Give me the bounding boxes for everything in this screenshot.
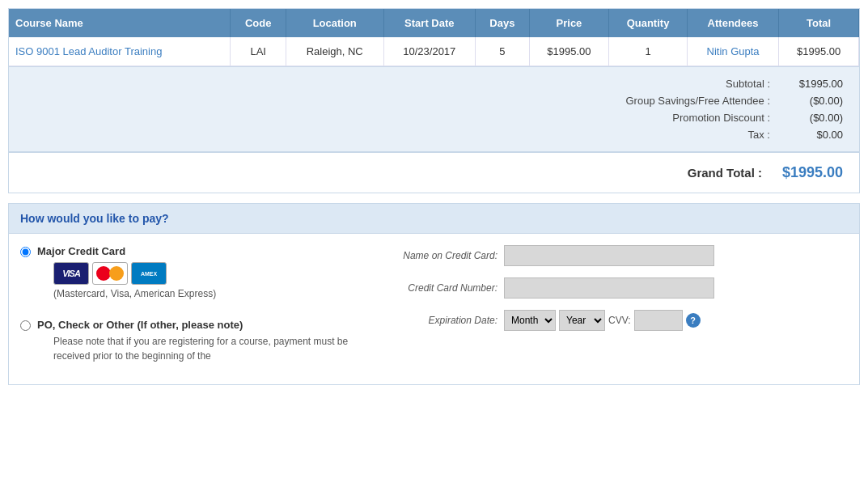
cell-total: $1995.00 xyxy=(779,37,859,66)
col-header-location: Location xyxy=(286,9,383,37)
attendee-link[interactable]: Nitin Gupta xyxy=(694,45,773,57)
name-on-card-label: Name on Credit Card: xyxy=(376,250,498,261)
order-table: Course Name Code Location Start Date Day… xyxy=(9,9,859,66)
po-check-option: PO, Check or Other (If other, please not… xyxy=(20,319,360,363)
major-cc-label: Major Credit Card xyxy=(37,245,125,257)
year-select[interactable]: Year201720182019202020212022202320242025 xyxy=(559,310,605,331)
cell-location: Raleigh, NC xyxy=(286,37,383,66)
promotion-row: Promotion Discount : ($0.00) xyxy=(25,109,843,126)
promotion-value: ($0.00) xyxy=(770,112,843,124)
po-check-label: PO, Check or Other (If other, please not… xyxy=(37,319,243,331)
card-number-label: Credit Card Number: xyxy=(376,282,498,294)
credit-card-form: Name on Credit Card: Credit Card Number:… xyxy=(376,245,848,373)
month-select[interactable]: Month010203040506070809101112 xyxy=(504,310,556,331)
cvv-help-icon[interactable]: ? xyxy=(686,313,701,328)
expiration-label: Expiration Date: xyxy=(376,315,498,326)
card-note: (Mastercard, Visa, American Express) xyxy=(53,288,216,299)
major-cc-radio[interactable] xyxy=(20,247,31,257)
mastercard-icon xyxy=(92,262,128,285)
name-on-card-row: Name on Credit Card: xyxy=(376,245,848,266)
col-header-attendees: Attendees xyxy=(687,9,779,37)
subtotal-row: Subtotal : $1995.00 xyxy=(25,75,843,92)
subtotal-label: Subtotal : xyxy=(592,78,770,90)
card-number-input[interactable] xyxy=(504,277,714,299)
table-row: ISO 9001 Lead Auditor Training LAI Ralei… xyxy=(9,37,859,66)
tax-row: Tax : $0.00 xyxy=(25,126,843,143)
col-header-price: Price xyxy=(529,9,609,37)
expiration-row: Expiration Date: Month010203040506070809… xyxy=(376,310,848,331)
payment-header: How would you like to pay? xyxy=(9,204,859,234)
payment-body: Major Credit Card VISA AMEX (Mastercard,… xyxy=(9,234,859,384)
payment-options: Major Credit Card VISA AMEX (Mastercard,… xyxy=(20,245,360,373)
tax-value: $0.00 xyxy=(770,129,843,141)
payment-section: How would you like to pay? Major Credit … xyxy=(8,203,860,385)
cell-start-date: 10/23/2017 xyxy=(383,37,476,66)
visa-icon: VISA xyxy=(53,262,89,285)
cell-code: LAI xyxy=(231,37,286,66)
group-savings-value: ($0.00) xyxy=(770,95,843,107)
grand-total-value: $1995.00 xyxy=(770,164,843,181)
subtotal-value: $1995.00 xyxy=(770,78,843,90)
col-header-course: Course Name xyxy=(9,9,231,37)
table-header-row: Course Name Code Location Start Date Day… xyxy=(9,9,859,37)
po-note: Please note that if you are registering … xyxy=(53,334,360,363)
cell-price: $1995.00 xyxy=(529,37,609,66)
major-cc-option: Major Credit Card VISA AMEX (Mastercard,… xyxy=(20,245,360,309)
grand-total-label: Grand Total : xyxy=(688,166,762,180)
summary-section: Subtotal : $1995.00 Group Savings/Free A… xyxy=(9,66,859,151)
group-savings-row: Group Savings/Free Attendee : ($0.00) xyxy=(25,92,843,109)
cell-attendees: Nitin Gupta xyxy=(687,37,779,66)
grand-total-section: Grand Total : $1995.00 xyxy=(9,151,859,193)
name-on-card-input[interactable] xyxy=(504,245,714,266)
card-number-row: Credit Card Number: xyxy=(376,277,848,299)
col-header-quantity: Quantity xyxy=(609,9,688,37)
cvv-label: CVV: xyxy=(608,315,631,326)
card-icons: VISA AMEX xyxy=(53,262,216,285)
group-savings-label: Group Savings/Free Attendee : xyxy=(592,95,770,107)
cvv-input[interactable] xyxy=(634,310,683,331)
order-table-wrapper: Course Name Code Location Start Date Day… xyxy=(8,8,860,193)
promotion-label: Promotion Discount : xyxy=(592,112,770,124)
amex-icon: AMEX xyxy=(131,262,167,285)
col-header-days: Days xyxy=(476,9,530,37)
payment-title: How would you like to pay? xyxy=(20,212,169,225)
col-header-total: Total xyxy=(779,9,859,37)
col-header-startdate: Start Date xyxy=(383,9,476,37)
tax-label: Tax : xyxy=(592,129,770,141)
course-name-link[interactable]: ISO 9001 Lead Auditor Training xyxy=(15,45,162,57)
cell-course-name: ISO 9001 Lead Auditor Training xyxy=(9,37,231,66)
po-check-radio[interactable] xyxy=(20,320,31,331)
cell-days: 5 xyxy=(476,37,530,66)
cell-quantity: 1 xyxy=(609,37,688,66)
col-header-code: Code xyxy=(231,9,286,37)
